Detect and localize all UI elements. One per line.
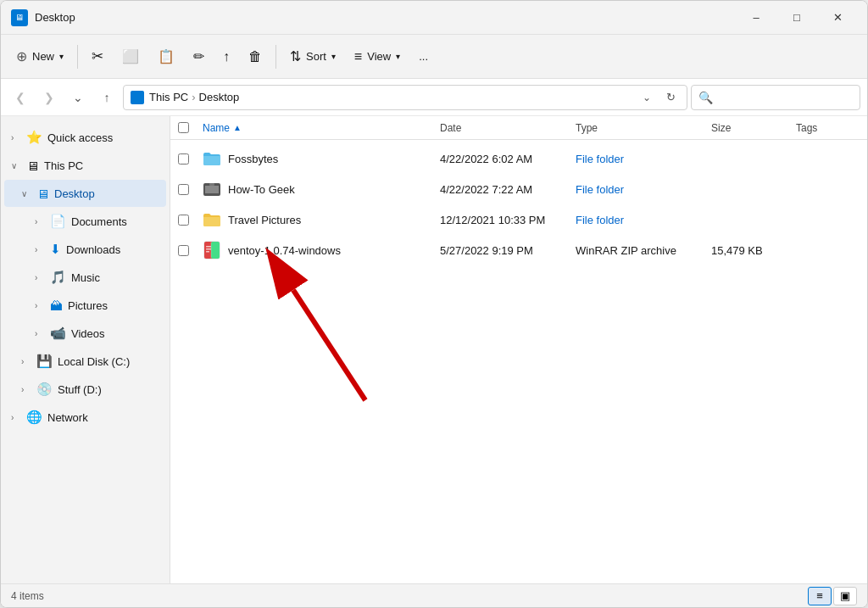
- app-icon: 🖥: [11, 9, 28, 26]
- details-view-button[interactable]: ≡: [808, 587, 832, 605]
- rename-icon: ✏: [193, 48, 204, 64]
- paste-icon: 📋: [158, 48, 175, 64]
- window-controls: – □ ✕: [737, 5, 857, 31]
- new-button[interactable]: ⊕ New ▾: [8, 42, 72, 72]
- chevron-icon: ›: [35, 273, 45, 282]
- select-all-checkbox[interactable]: [178, 122, 189, 133]
- downloads-icon: ⬇: [50, 242, 61, 257]
- row-checkbox[interactable]: [178, 215, 189, 226]
- breadcrumb-this-pc: This PC: [149, 91, 188, 103]
- file-area: Name ▲ Date Type Size Tags: [170, 116, 867, 583]
- sort-icon: ⇅: [290, 48, 301, 64]
- refresh-button[interactable]: ↻: [661, 88, 680, 107]
- sidebar-item-network[interactable]: › 🌐 Network: [4, 404, 166, 431]
- col-type-label: Type: [576, 122, 598, 134]
- view-label: View: [367, 50, 391, 63]
- row-check[interactable]: [170, 143, 196, 174]
- sidebar-item-documents[interactable]: › 📄 Documents: [4, 208, 166, 235]
- svg-rect-2: [209, 183, 214, 186]
- explorer-window: 🖥 Desktop – □ ✕ ⊕ New ▾ ✂ ⬜ 📋 ✏ ↑: [0, 0, 868, 608]
- row-checkbox[interactable]: [178, 245, 189, 256]
- chevron-icon: ›: [21, 385, 31, 394]
- row-checkbox[interactable]: [178, 153, 189, 165]
- search-box[interactable]: 🔍: [691, 85, 860, 110]
- details-view-icon: ≡: [816, 589, 823, 602]
- file-date: 4/22/2022 7:22 AM: [433, 174, 569, 204]
- main-area: › ⭐ Quick access ∨ 🖥 This PC ∨ 🖥 Desktop…: [1, 116, 867, 583]
- file-date: 12/12/2021 10:33 PM: [433, 204, 569, 235]
- rename-button[interactable]: ✏: [185, 42, 213, 72]
- table-row[interactable]: Fossbytes 4/22/2022 6:02 AM File folder: [170, 143, 867, 174]
- local-disk-c-icon: 💾: [36, 354, 53, 369]
- sidebar-item-label: Documents: [71, 215, 127, 228]
- chevron-icon: ∨: [11, 161, 21, 170]
- sidebar-item-label: Pictures: [68, 299, 108, 312]
- forward-button[interactable]: ❯: [36, 85, 62, 110]
- row-checkbox[interactable]: [178, 184, 189, 195]
- chevron-icon: ›: [35, 245, 45, 254]
- svg-rect-5: [211, 242, 220, 259]
- header-type[interactable]: Type: [569, 116, 704, 139]
- maximize-button[interactable]: □: [777, 5, 816, 31]
- copy-icon: ⬜: [122, 48, 139, 64]
- table-row[interactable]: Travel Pictures 12/12/2021 10:33 PM File…: [170, 204, 867, 235]
- delete-button[interactable]: 🗑: [240, 42, 270, 72]
- cut-button[interactable]: ✂: [83, 42, 112, 72]
- more-button[interactable]: ...: [410, 42, 437, 72]
- table-row[interactable]: ventoy-1.0.74-windows 5/27/2022 9:19 PM …: [170, 235, 867, 265]
- address-box[interactable]: This PC › Desktop ⌄ ↻: [123, 85, 687, 110]
- header-tags[interactable]: Tags: [789, 116, 867, 139]
- sidebar-item-quick-access[interactable]: › ⭐ Quick access: [4, 124, 166, 151]
- sort-label: Sort: [306, 50, 326, 63]
- sort-button[interactable]: ⇅ Sort ▾: [281, 42, 344, 72]
- paste-button[interactable]: 📋: [149, 42, 183, 72]
- copy-button[interactable]: ⬜: [114, 42, 147, 72]
- sidebar-item-label: Videos: [71, 327, 105, 340]
- sidebar-item-label: Music: [71, 271, 100, 284]
- minimize-button[interactable]: –: [737, 5, 776, 31]
- sidebar-item-desktop[interactable]: ∨ 🖥 Desktop: [4, 180, 166, 207]
- view-toggle: ≡ ▣: [808, 587, 857, 605]
- tiles-view-button[interactable]: ▣: [833, 587, 857, 605]
- cut-icon: ✂: [92, 47, 103, 65]
- sidebar-item-music[interactable]: › 🎵 Music: [4, 264, 166, 291]
- share-button[interactable]: ↑: [214, 42, 238, 72]
- desktop-icon: 🖥: [36, 187, 49, 201]
- header-check[interactable]: [170, 116, 196, 139]
- file-name: How-To Geek: [228, 183, 295, 196]
- new-dropdown-icon: ▾: [59, 52, 64, 61]
- sidebar-item-videos[interactable]: › 📹 Videos: [4, 320, 166, 347]
- sidebar: › ⭐ Quick access ∨ 🖥 This PC ∨ 🖥 Desktop…: [1, 116, 170, 583]
- view-dropdown-icon: ▾: [396, 52, 400, 61]
- row-check[interactable]: [170, 174, 196, 204]
- up-button[interactable]: ↑: [94, 85, 120, 110]
- col-date-label: Date: [440, 122, 461, 134]
- file-size: [704, 143, 789, 174]
- table-row[interactable]: How-To Geek 4/22/2022 7:22 AM File folde…: [170, 174, 867, 204]
- header-name[interactable]: Name ▲: [196, 116, 433, 139]
- file-name: ventoy-1.0.74-windows: [228, 244, 341, 257]
- close-button[interactable]: ✕: [818, 5, 857, 31]
- sidebar-item-pictures[interactable]: › 🏔 Pictures: [4, 292, 166, 319]
- header-date[interactable]: Date: [433, 116, 569, 139]
- view-button[interactable]: ≡ View ▾: [346, 42, 409, 72]
- more-label: ...: [419, 50, 428, 63]
- sort-arrow-icon: ▲: [233, 123, 242, 132]
- address-dropdown-button[interactable]: ⌄: [637, 88, 656, 107]
- chevron-icon: ›: [35, 217, 45, 226]
- back-button[interactable]: ❮: [8, 85, 33, 110]
- new-icon: ⊕: [16, 48, 27, 64]
- file-type: File folder: [569, 143, 704, 174]
- file-tags: [789, 143, 867, 174]
- header-size[interactable]: Size: [704, 116, 789, 139]
- window-title: Desktop: [35, 11, 737, 24]
- row-check[interactable]: [170, 204, 196, 235]
- recent-button[interactable]: ⌄: [65, 85, 91, 110]
- sidebar-item-this-pc[interactable]: ∨ 🖥 This PC: [4, 152, 166, 179]
- chevron-icon: ›: [11, 413, 21, 422]
- sidebar-item-downloads[interactable]: › ⬇ Downloads: [4, 236, 166, 263]
- sidebar-item-local-disk-c[interactable]: › 💾 Local Disk (C:): [4, 348, 166, 375]
- file-name-cell: Fossbytes: [196, 143, 433, 174]
- row-check[interactable]: [170, 235, 196, 265]
- sidebar-item-stuff-d[interactable]: › 💿 Stuff (D:): [4, 376, 166, 403]
